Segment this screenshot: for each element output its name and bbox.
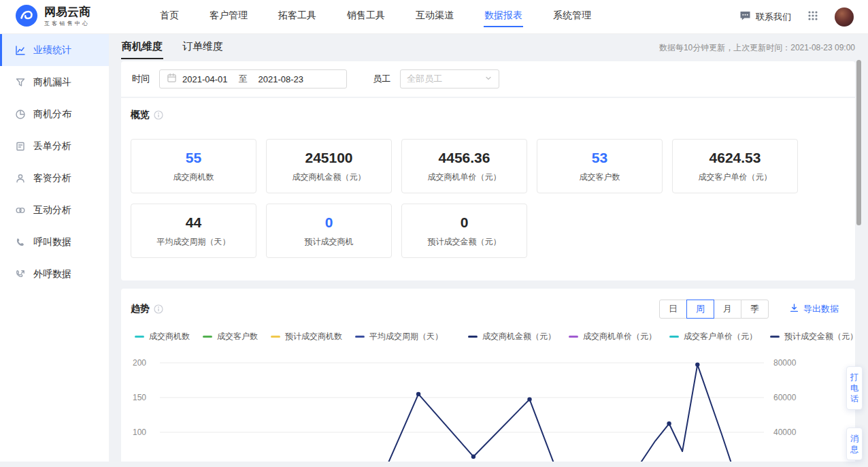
export-data-button[interactable]: 导出数据 [789, 303, 839, 315]
horizontal-scrollbar-track[interactable] [0, 462, 868, 467]
period-quarter-button[interactable]: 季 [741, 300, 769, 319]
brand-title: 网易云商 [44, 6, 90, 18]
line-chart-icon [15, 45, 26, 56]
top-navbar: 网易云商 互客销售中心 首页 客户管理 拓客工具 销售工具 互动渠道 数据报表 … [0, 0, 868, 34]
app-grid-icon[interactable] [807, 10, 818, 24]
sidebar-item-lost-order-analysis[interactable]: 丢单分析 [0, 130, 109, 162]
user-avatar[interactable] [835, 7, 854, 27]
stat-card-deal-amount: 245100 成交商机金额（元） [266, 139, 392, 193]
period-day-button[interactable]: 日 [659, 300, 687, 319]
stat-card-forecast-opportunities: 0 预计成交商机 [266, 204, 392, 258]
legend-marker [271, 336, 280, 338]
legend-label: 成交商机单价（元） [583, 331, 656, 342]
vertical-scrollbar-thumb[interactable] [856, 60, 861, 225]
data-update-note: 数据每10分钟更新，上次更新时间：2021-08-23 09:00 [659, 42, 855, 54]
stat-value: 4456.36 [439, 150, 490, 166]
stat-card-deal-opportunities: 55 成交商机数 [131, 139, 256, 193]
period-week-button[interactable]: 周 [686, 300, 714, 319]
legend-item[interactable]: 成交客户单价（元） [669, 331, 757, 342]
nav-item-reports[interactable]: 数据报表 [484, 7, 523, 27]
date-range-picker[interactable]: 2021-04-01 至 2021-08-23 [159, 69, 347, 88]
stat-label: 平均成交周期（天） [157, 236, 231, 248]
stat-value[interactable]: 0 [325, 214, 333, 231]
legend-item[interactable]: 预计成交金额（元） [770, 331, 858, 342]
staff-select[interactable]: 全部员工 [400, 69, 499, 88]
overview-title: 概览 [131, 109, 150, 121]
nav-item-channels[interactable]: 互动渠道 [415, 7, 454, 27]
period-month-button[interactable]: 月 [714, 300, 741, 319]
brand[interactable]: 网易云商 互客销售中心 [0, 4, 156, 30]
chat-bubble-icon [739, 10, 751, 23]
stat-label: 成交客户单价（元） [699, 172, 772, 183]
stat-value[interactable]: 53 [592, 150, 607, 166]
sidebar-item-call-data[interactable]: 呼叫数据 [0, 226, 109, 258]
sidebar-item-label: 商机漏斗 [33, 76, 71, 88]
svg-text:80000: 80000 [773, 358, 797, 368]
export-data-label: 导出数据 [803, 303, 839, 315]
nav-item-system[interactable]: 系统管理 [552, 7, 592, 27]
data-point-marker [471, 455, 475, 459]
legend-label: 成交客户数 [217, 331, 258, 342]
stat-label: 成交客户数 [580, 172, 620, 183]
main-content: 商机维度 订单维度 数据每10分钟更新，上次更新时间：2021-08-23 09… [109, 34, 868, 467]
stat-card-customer-unit-price: 4624.53 成交客户单价（元） [672, 139, 798, 193]
sidebar-item-label: 客资分析 [33, 172, 71, 184]
sidebar-item-interaction-analysis[interactable]: 互动分析 [0, 194, 109, 226]
stat-value[interactable]: 55 [186, 150, 201, 166]
legend-label: 预计成交金额（元） [784, 331, 858, 342]
tab-order-dimension[interactable]: 订单维度 [182, 36, 224, 59]
sidebar-item-opportunity-funnel[interactable]: 商机漏斗 [0, 66, 109, 98]
nav-item-sales-tools[interactable]: 销售工具 [346, 7, 386, 27]
dimension-tabs: 商机维度 订单维度 [121, 36, 224, 59]
venn-circles-icon [15, 205, 26, 216]
legend-item[interactable]: 成交商机金额（元） [468, 331, 556, 342]
legend-item[interactable]: 成交商机单价（元） [569, 331, 656, 342]
message-floating-button[interactable]: 消息 [846, 428, 863, 460]
legend-item[interactable]: 预计成交商机数 [271, 331, 342, 342]
legend-item[interactable]: 平均成交周期（天） [355, 331, 443, 342]
stat-label: 预计成交金额（元） [428, 236, 501, 248]
legend-item[interactable]: 成交客户数 [203, 331, 258, 342]
sidebar-item-opportunity-distribution[interactable]: 商机分布 [0, 98, 109, 130]
data-point-marker [416, 392, 420, 396]
nav-item-prospecting[interactable]: 拓客工具 [278, 7, 317, 27]
info-icon[interactable] [154, 304, 163, 314]
sidebar-item-outbound-call-data[interactable]: 外呼数据 [0, 258, 109, 290]
stat-card-deal-customers: 53 成交客户数 [537, 139, 663, 193]
download-icon [789, 303, 799, 315]
chevron-down-icon [484, 73, 493, 85]
time-filter-label: 时间 [132, 73, 150, 85]
make-call-floating-button[interactable]: 打电话 [846, 366, 863, 410]
calendar-icon [167, 73, 177, 86]
legend-marker [569, 336, 578, 338]
legend-label: 平均成交周期（天） [369, 331, 443, 342]
legend-label: 预计成交商机数 [285, 331, 342, 342]
svg-text:200: 200 [133, 358, 146, 368]
nav-item-home[interactable]: 首页 [159, 7, 180, 27]
chart-gridlines [160, 363, 764, 467]
info-icon[interactable] [154, 110, 163, 120]
stat-card-deal-unit-price: 4456.36 成交商机单价（元） [401, 139, 527, 193]
period-segmented-control: 日 周 月 季 [659, 300, 769, 319]
trend-line-series [160, 365, 764, 467]
data-point-marker [695, 362, 699, 366]
sidebar-item-lead-analysis[interactable]: 客资分析 [0, 162, 109, 194]
date-range-separator: 至 [239, 73, 248, 85]
stat-label: 成交商机数 [173, 172, 214, 183]
trend-chart: 200 150 100 80000 60000 40000 [131, 352, 846, 467]
legend-label: 成交客户单价（元） [684, 331, 757, 342]
funnel-icon [15, 77, 26, 88]
data-point-marker [667, 421, 671, 425]
sidebar-item-label: 互动分析 [33, 204, 71, 216]
stat-card-forecast-amount: 0 预计成交金额（元） [401, 204, 527, 258]
document-icon [15, 141, 26, 152]
filter-bar: 时间 2021-04-01 至 2021-08-23 员工 全部员工 [121, 61, 855, 97]
tab-opportunity-dimension[interactable]: 商机维度 [121, 36, 163, 59]
contact-us-button[interactable]: 联系我们 [739, 10, 791, 23]
sidebar-item-performance-stats[interactable]: 业绩统计 [0, 34, 109, 66]
date-end-value: 2021-08-23 [258, 74, 304, 84]
nav-item-customers[interactable]: 客户管理 [209, 7, 248, 27]
legend-item[interactable]: 成交商机数 [135, 331, 190, 342]
left-axis-ticks: 200 150 100 [133, 358, 146, 437]
svg-text:100: 100 [133, 428, 146, 437]
